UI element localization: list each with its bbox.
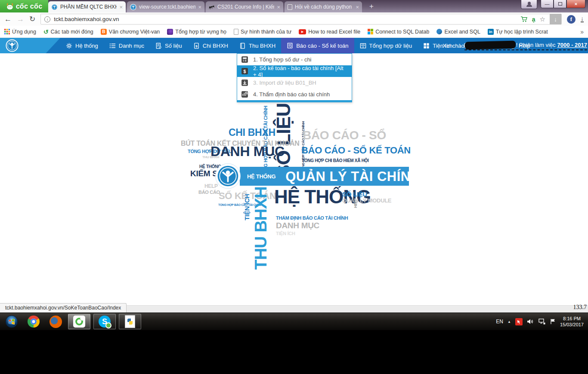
tab-title: view-source:tckt.baohiemx [139,4,195,10]
bookmark-recently-closed[interactable]: ↺ Các tab mới đóng [43,28,93,35]
dollar-book-icon: $ [241,67,248,75]
nav-label: Thu BHXH [249,43,275,49]
windows-taskbar: S EN ▲ 8:16 PM [0,313,588,330]
bookmarks-overflow-icon[interactable]: » [580,28,584,35]
taskbar-coccoc[interactable] [68,314,90,329]
nav-label: Danh mục [119,43,144,49]
maximize-button[interactable] [554,0,566,8]
start-button[interactable] [2,313,21,330]
document-favicon [288,4,292,10]
url-text[interactable]: tckt.baohiemxahoi.gov.vn [54,16,517,22]
tab-phan-mem-qltc-bhxh[interactable]: PHẦN MỀM QLTC BHXH × [48,1,126,12]
action-center-flag-icon[interactable] [550,319,556,325]
unikey-icon[interactable] [515,318,523,325]
wordcloud-word: SỐ LIỆU [342,191,367,197]
bookmark-label: Tự học lập trình Scrat [496,29,548,35]
bookmark-excel-sql[interactable]: Excel and SQL [436,29,480,35]
facebook-icon[interactable]: f [567,15,576,24]
taskbar-chrome[interactable] [24,313,43,330]
nav-item-thu-bhxh[interactable]: Thu BHXH [234,38,281,53]
banner-title: QUẢN LÝ TÀI CHÍNH [285,170,420,183]
new-tab-button[interactable]: + [365,3,378,11]
profile-button[interactable] [521,0,537,9]
tab-hoi-ve-python[interactable]: Hỏi về cách dùng python c × [285,1,362,12]
session-info: Xin chào ! Phiên làm việc 7000 - 2017 [443,38,587,53]
bookmark-star-icon[interactable]: ☆ [540,15,545,23]
chrome-icon [28,316,40,328]
bookmark-tu-vung[interactable]: Tổng hợp từ vựng họ [167,29,226,35]
site-navbar: Hệ thống Danh mục Số liệu $ Chi BHXH [0,38,588,53]
taskbar-skype[interactable]: S [93,314,116,329]
bookmark-scratch[interactable]: in Tự học lập trình Scrat [488,29,548,35]
menu-item-so-ke-toan-bctc[interactable]: $ 2. Sổ kế toán - báo cáo tài chính [Alt… [237,65,352,77]
volume-icon[interactable] [527,319,534,325]
network-icon[interactable] [538,319,545,325]
wordcloud-word: DANH MỤC [276,221,319,230]
svg-text:$: $ [244,69,246,74]
bookmark-read-excel[interactable]: ▶ How to read Excel file [299,29,360,35]
report-icon [287,43,293,49]
modules-grid-icon [423,43,430,49]
coccoc-menu-button[interactable]: cốc cốc [0,0,48,12]
bookmark-label: How to read Excel file [308,29,360,35]
audit-icon [241,91,248,98]
dictionary-icon[interactable]: ạ [532,16,535,23]
page-info-icon[interactable]: i [44,16,50,22]
bookmark-label: Các tab mới đóng [51,29,93,35]
menu-item-tham-dinh-bctc[interactable]: 4. Thẩm định báo cáo tài chính [237,89,352,100]
taskbar-clock[interactable]: 8:16 PM 15/03/2017 [560,316,584,328]
language-indicator[interactable]: EN [496,319,503,325]
wordcloud-word: TỔNG HỢP CHI BẢO HIỂM XÃ HỘI [302,159,369,163]
brain-app-icon [167,29,173,35]
bookmark-su-hinh-thanh[interactable]: Sự hình thành của tư [234,29,291,35]
minimize-button[interactable]: — [541,0,554,8]
tab-view-source[interactable]: view-source:tckt.baohiemx × [127,1,204,12]
nav-item-chi-bhxh[interactable]: $ Chi BHXH [188,38,234,53]
import-icon [241,79,248,86]
bhxh-favicon [51,4,58,10]
back-button[interactable]: ← [4,15,12,23]
bookmark-apps[interactable]: Ứng dụng [4,29,36,35]
tab-close-icon[interactable]: × [277,4,280,10]
restore-tabs-icon: ↺ [43,28,49,35]
bookmark-label: Connect to SQL Datab [375,29,429,35]
wordcloud-word: TIỆN ÍCH [244,194,250,221]
bookmark-van-chuong[interactable]: B Văn chương Việt-van [101,29,160,35]
nav-item-danh-muc[interactable]: Danh mục [104,38,150,53]
status-right-number: 133.7 [573,304,587,311]
tab-close-icon[interactable]: × [119,4,123,10]
bhxh-center-logo [216,164,240,188]
tab-close-icon[interactable]: × [356,4,359,10]
tab-close-icon[interactable]: × [198,4,201,10]
shopping-cart-icon[interactable] [520,16,528,22]
bhxh-emblem-icon [216,164,240,188]
address-bar[interactable]: i tckt.baohiemxahoi.gov.vn ạ ☆ ↓ [40,14,562,25]
bookmark-connect-sql[interactable]: Connect to SQL Datab [368,29,429,35]
nav-item-so-lieu[interactable]: Số liệu [150,38,188,53]
downloads-icon[interactable]: ↓ [581,16,584,22]
wordcloud-word: THẨM ĐỊNH BÁO CÁO TÀI CHÍNH [276,216,348,221]
taskbar-firefox[interactable] [46,313,65,330]
nav-item-tong-hop-du-lieu[interactable]: Tổng hợp dữ liệu [354,38,418,53]
omnibox-actions: ạ ☆ ↓ [520,14,561,24]
linkedin-icon: in [488,29,494,35]
list-icon [109,43,116,49]
nav-item-bao-cao-so-ke-toan[interactable]: Báo cáo - Sổ kế toán [281,38,354,53]
clock-time: 8:16 PM [560,316,584,322]
forward-button[interactable]: → [17,15,24,23]
bookmarks-bar: Ứng dụng ↺ Các tab mới đóng B Văn chương… [0,26,588,38]
reload-button[interactable]: ↻ [29,15,35,23]
maximize-icon [558,2,562,6]
taskbar-python-file[interactable] [119,314,141,329]
nav-item-he-thong[interactable]: Hệ thống [60,38,104,53]
wordcloud-word: BÁO CÁO [198,190,220,195]
wordcloud-word: BÁO CÁO - SỔ KẾ TOÁN [301,146,411,155]
firefox-icon [50,316,62,328]
menu-item-tong-hop-so-du-chi[interactable]: 1. Tổng hợp số dư - chi [237,54,352,65]
download-extension-button[interactable]: ↓ [550,14,561,25]
close-button[interactable]: × [566,0,585,8]
person-icon [526,2,532,7]
site-logo-section[interactable] [0,38,60,53]
tab-cs201-course-info[interactable]: CS201 Course Info | Kiến H × [206,1,283,12]
tray-expand-icon[interactable]: ▲ [508,320,511,324]
